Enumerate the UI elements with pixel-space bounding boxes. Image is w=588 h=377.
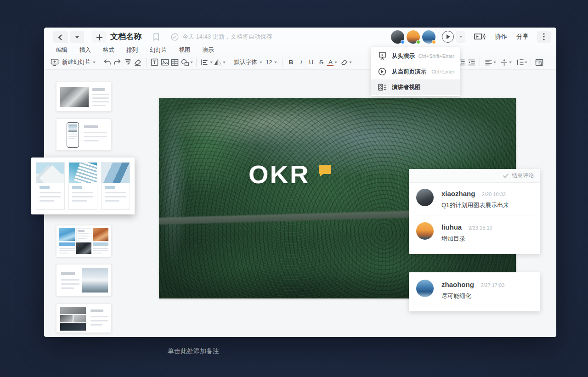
thumb-line <box>68 136 77 137</box>
thumb-title-bar <box>92 88 105 91</box>
comment-item: xiaozhang 2/20 10:32 Q1的计划用图表展示出来 <box>409 183 540 214</box>
present-options-dropdown[interactable] <box>456 31 465 43</box>
slide-thumbnail-4[interactable] <box>56 225 112 257</box>
menu-edit[interactable]: 编辑 <box>56 46 68 54</box>
slide-thumbnail-6[interactable] <box>56 304 112 333</box>
menu-item-shortcut: Ctrl+Enter <box>431 69 454 74</box>
bookmark-icon[interactable] <box>153 33 159 43</box>
clear-format-button[interactable] <box>133 56 143 68</box>
line-spacing-button[interactable] <box>514 56 525 68</box>
circle-play-icon <box>378 68 387 76</box>
menu-arrange[interactable]: 排列 <box>126 46 138 54</box>
document-title[interactable]: 文档名称 <box>110 28 141 46</box>
divider <box>196 58 197 67</box>
collaborator-avatar-2[interactable] <box>407 30 420 44</box>
app-window: 文档名称 今天 14:43 更新，文档将自动保存 协作 分享 <box>44 28 556 337</box>
strikethrough-button[interactable]: S <box>316 59 326 66</box>
slide-thumbnail-2[interactable] <box>56 118 112 151</box>
back-history-dropdown[interactable] <box>70 31 84 43</box>
thumb-card <box>36 162 65 210</box>
header-bar: 文档名称 今天 14:43 更新，文档将自动保存 协作 分享 <box>44 28 556 46</box>
thumb-line <box>61 283 79 285</box>
redo-icon <box>113 59 121 66</box>
vertical-align-button[interactable] <box>499 56 509 68</box>
new-slide-label[interactable]: 新建幻灯片 <box>62 58 91 66</box>
thumb-line <box>93 250 108 251</box>
slide-thumbnail-3-selected[interactable] <box>31 158 135 214</box>
redo-button[interactable] <box>113 56 123 68</box>
chevron-down-icon[interactable] <box>349 62 352 63</box>
chevron-down-icon[interactable] <box>93 62 96 63</box>
chevron-down-icon[interactable] <box>223 62 226 63</box>
comment-marker-icon[interactable] <box>319 165 331 174</box>
underline-button[interactable]: U <box>306 59 316 66</box>
text-box-button[interactable] <box>150 56 160 68</box>
chevron-down-icon[interactable] <box>525 62 527 63</box>
new-slide-icon <box>51 58 59 66</box>
comment-body: xiaozhang 2/20 10:32 Q1的计划用图表展示出来 <box>441 189 509 209</box>
commenter-avatar <box>416 222 434 240</box>
collaborator-avatar-1[interactable] <box>391 30 404 44</box>
chevron-down-icon[interactable] <box>493 62 496 63</box>
menu-view[interactable]: 视图 <box>179 46 191 54</box>
slide-thumbnail-1[interactable] <box>56 82 112 112</box>
slide-title-text[interactable]: OKR <box>249 161 310 188</box>
share-button[interactable]: 分享 <box>516 33 529 41</box>
chevron-down-icon[interactable] <box>334 62 337 63</box>
menu-insert[interactable]: 插入 <box>79 46 91 54</box>
menu-slide[interactable]: 幻灯片 <box>150 46 167 54</box>
save-status: 今天 14:43 更新，文档将自动保存 <box>171 28 272 46</box>
back-button[interactable] <box>53 31 68 43</box>
highlight-color-button[interactable] <box>339 56 349 68</box>
thumb-line <box>78 233 90 234</box>
italic-button[interactable]: I <box>296 59 306 66</box>
font-family-value: 默认字体 <box>234 58 257 66</box>
undo-button[interactable] <box>102 56 113 68</box>
insert-shape-button[interactable] <box>180 56 190 68</box>
horizontal-align-button[interactable] <box>483 56 493 68</box>
indent-button[interactable] <box>466 56 476 68</box>
font-family-select[interactable]: 默认字体 <box>232 58 264 66</box>
object-align-button[interactable] <box>200 56 210 68</box>
kebab-menu-icon <box>543 33 545 40</box>
new-slide-button[interactable] <box>50 56 60 68</box>
bold-button[interactable]: B <box>286 59 296 66</box>
format-painter-button[interactable] <box>123 56 133 68</box>
thumb-card <box>101 162 130 210</box>
plus-icon <box>96 34 103 41</box>
slide-thumbnail-5[interactable] <box>56 264 112 296</box>
chevron-down-icon[interactable] <box>509 62 512 63</box>
menu-item-present-from-current[interactable]: 从当前页演示 Ctrl+Enter <box>371 64 460 79</box>
flip-button[interactable] <box>213 56 223 68</box>
comment-time: 2/20 10:32 <box>482 191 506 197</box>
slide-title-block[interactable]: OKR <box>249 161 331 188</box>
format-painter-icon <box>124 58 131 66</box>
menu-item-presenter-view[interactable]: 演讲者视图 <box>371 79 460 95</box>
collaborator-avatar-3[interactable] <box>422 30 435 44</box>
comment-time: 2/23 15:10 <box>469 225 492 231</box>
resolve-comments-button[interactable]: 结束评论 <box>409 169 540 183</box>
presentation-screen-icon <box>378 52 387 60</box>
menu-present[interactable]: 演示 <box>203 46 214 54</box>
font-size-select[interactable]: 12 <box>264 59 279 66</box>
thumb-photo-building-1 <box>36 163 64 183</box>
commenter-avatar <box>416 189 434 206</box>
new-document-button[interactable] <box>92 31 107 43</box>
indent-icon <box>468 59 475 66</box>
menu-format[interactable]: 格式 <box>103 46 114 54</box>
collaborate-button[interactable]: 协作 <box>495 33 507 41</box>
thumb-line <box>59 253 68 253</box>
text-color-button[interactable]: A <box>326 59 334 66</box>
insert-table-button[interactable] <box>170 56 180 68</box>
more-menu-button[interactable] <box>537 31 551 43</box>
notes-placeholder[interactable]: 单击此处添加备注 <box>168 347 219 355</box>
screencast-button[interactable] <box>474 32 486 41</box>
chevron-down-icon[interactable] <box>190 62 193 63</box>
thumb-line <box>68 138 75 139</box>
menu-item-present-from-start[interactable]: 从头演示 Ctrl+Shift+Enter <box>371 48 460 64</box>
thumb-line <box>40 200 54 202</box>
present-button[interactable] <box>442 31 454 43</box>
insert-image-button[interactable] <box>160 56 170 68</box>
thumb-phone-mockup <box>67 122 79 148</box>
slide-layout-button[interactable] <box>534 56 544 68</box>
